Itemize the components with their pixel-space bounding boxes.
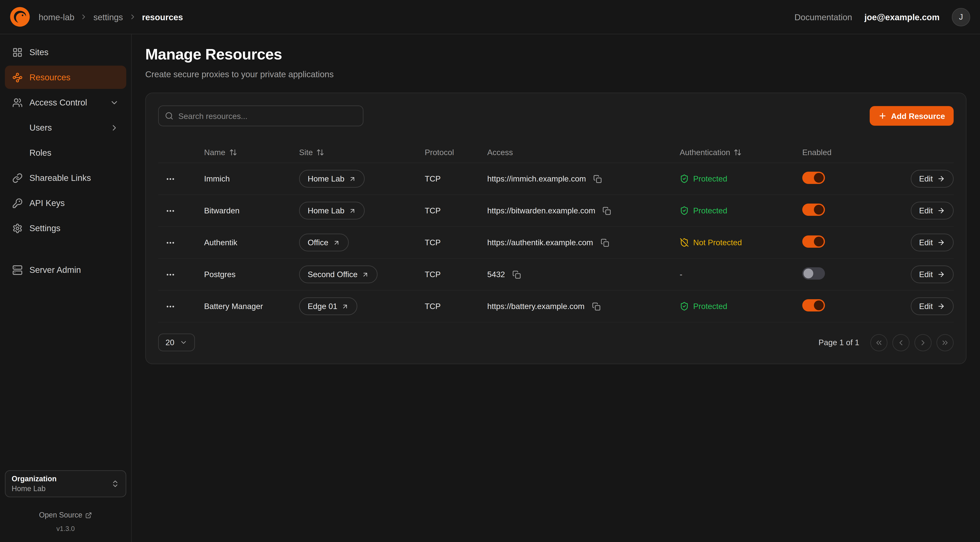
sidebar: Sites Resources Access Control Users Rol: [0, 34, 132, 542]
arrow-right-icon: [937, 207, 945, 215]
pagination: [870, 334, 954, 351]
access-url: https://immich.example.com: [487, 174, 586, 183]
site-link[interactable]: Second Office: [299, 266, 378, 283]
edit-button[interactable]: Edit: [910, 266, 954, 283]
sidebar-item-label: Server Admin: [29, 265, 81, 275]
pangolin-logo-icon[interactable]: [10, 7, 30, 27]
sidebar-bottom: Organization Home Lab Open Source v1.3.0: [5, 470, 126, 532]
sidebar-section-gap: [5, 242, 126, 256]
resources-waypoints-icon: [12, 72, 23, 83]
auth-status: Not Protected: [680, 238, 802, 247]
page-subtitle: Create secure proxies to your private ap…: [145, 69, 967, 79]
sidebar-item-api-keys[interactable]: API Keys: [5, 191, 126, 215]
open-source-link[interactable]: Open Source: [39, 511, 92, 519]
first-page-button[interactable]: [870, 334, 888, 351]
access-url: https://authentik.example.com: [487, 238, 593, 247]
edit-button[interactable]: Edit: [910, 234, 954, 251]
edit-button[interactable]: Edit: [910, 170, 954, 188]
sidebar-item-resources[interactable]: Resources: [5, 65, 126, 89]
documentation-link[interactable]: Documentation: [794, 12, 852, 22]
chevron-right-icon: [919, 338, 927, 347]
sidebar-item-users[interactable]: Users: [5, 116, 126, 139]
sidebar-item-sites[interactable]: Sites: [5, 40, 126, 64]
next-page-button[interactable]: [915, 334, 932, 351]
topbar-right: Documentation joe@example.com J: [794, 8, 970, 26]
resource-name: Postgres: [204, 270, 299, 279]
shield-off-icon: [680, 238, 689, 247]
last-page-button[interactable]: [937, 334, 954, 351]
enabled-toggle[interactable]: [802, 267, 825, 280]
resources-table: Name Site Protocol Access Authentication: [158, 142, 954, 322]
resource-name: Bitwarden: [204, 206, 299, 215]
arrow-up-right-icon: [342, 303, 349, 310]
column-header-site[interactable]: Site: [299, 148, 425, 157]
row-actions-button[interactable]: [163, 267, 178, 282]
breadcrumb-settings[interactable]: settings: [93, 12, 123, 22]
chevron-down-icon: [110, 98, 119, 107]
site-link[interactable]: Edge 01: [299, 297, 358, 315]
user-email: joe@example.com: [864, 12, 940, 22]
enabled-toggle[interactable]: [802, 299, 825, 311]
organization-switcher[interactable]: Organization Home Lab: [5, 470, 126, 497]
enabled-toggle[interactable]: [802, 236, 825, 248]
ellipsis-icon: [165, 301, 175, 311]
copy-icon[interactable]: [511, 269, 522, 280]
column-header-name[interactable]: Name: [204, 148, 299, 157]
copy-icon[interactable]: [592, 173, 603, 184]
sidebar-item-settings[interactable]: Settings: [5, 217, 126, 240]
access-url: https://battery.example.com: [487, 302, 584, 311]
sidebar-item-shareable-links[interactable]: Shareable Links: [5, 166, 126, 190]
row-actions-button[interactable]: [163, 299, 178, 314]
card-toolbar: Add Resource: [158, 105, 954, 126]
sidebar-item-label: Settings: [29, 223, 60, 233]
users-icon: [12, 97, 23, 108]
sidebar-item-roles[interactable]: Roles: [5, 141, 126, 164]
copy-icon[interactable]: [590, 301, 601, 312]
chevron-down-icon: [180, 338, 188, 346]
shield-check-icon: [680, 206, 689, 215]
sort-icon: [317, 148, 325, 156]
page-title: Manage Resources: [145, 45, 967, 63]
column-header-authentication[interactable]: Authentication: [680, 148, 802, 157]
auth-status: Protected: [680, 174, 802, 183]
version-label: v1.3.0: [56, 525, 75, 532]
row-actions-button[interactable]: [163, 235, 178, 250]
add-resource-button[interactable]: Add Resource: [870, 106, 954, 126]
search-input[interactable]: [178, 112, 357, 121]
page-info: Page 1 of 1: [819, 338, 859, 347]
table-row: Postgres Second Office TCP 5432 - Edit: [158, 259, 954, 291]
key-icon: [12, 198, 23, 208]
avatar-initial: J: [959, 12, 963, 21]
auth-status: -: [680, 270, 802, 279]
site-link[interactable]: Home Lab: [299, 202, 365, 220]
app-window: home-lab settings resources Documentatio…: [0, 0, 980, 542]
access-url: 5432: [487, 270, 505, 279]
open-source-label: Open Source: [39, 511, 82, 519]
breadcrumb-resources[interactable]: resources: [142, 12, 183, 22]
gear-icon: [12, 223, 23, 233]
previous-page-button[interactable]: [892, 334, 910, 351]
site-link[interactable]: Home Lab: [299, 170, 365, 188]
chevron-right-icon: [80, 13, 88, 21]
enabled-toggle[interactable]: [802, 204, 825, 216]
sidebar-item-access-control[interactable]: Access Control: [5, 91, 126, 114]
sidebar-item-label: Resources: [29, 72, 70, 82]
protocol: TCP: [425, 302, 487, 311]
enabled-toggle[interactable]: [802, 172, 825, 184]
edit-button[interactable]: Edit: [910, 297, 954, 315]
page-size-select[interactable]: 20: [158, 333, 195, 351]
protocol: TCP: [425, 238, 487, 247]
sidebar-item-server-admin[interactable]: Server Admin: [5, 258, 126, 281]
row-actions-button[interactable]: [163, 203, 178, 218]
site-link[interactable]: Office: [299, 234, 348, 251]
chevron-right-icon: [129, 13, 137, 21]
sidebar-item-label: API Keys: [29, 198, 65, 208]
sort-icon: [734, 148, 742, 156]
breadcrumb-home-lab[interactable]: home-lab: [38, 12, 74, 22]
copy-icon[interactable]: [599, 237, 610, 248]
avatar[interactable]: J: [952, 8, 970, 26]
copy-icon[interactable]: [601, 205, 612, 216]
row-actions-button[interactable]: [163, 172, 178, 186]
sidebar-item-label: Sites: [29, 47, 48, 57]
edit-button[interactable]: Edit: [910, 202, 954, 220]
